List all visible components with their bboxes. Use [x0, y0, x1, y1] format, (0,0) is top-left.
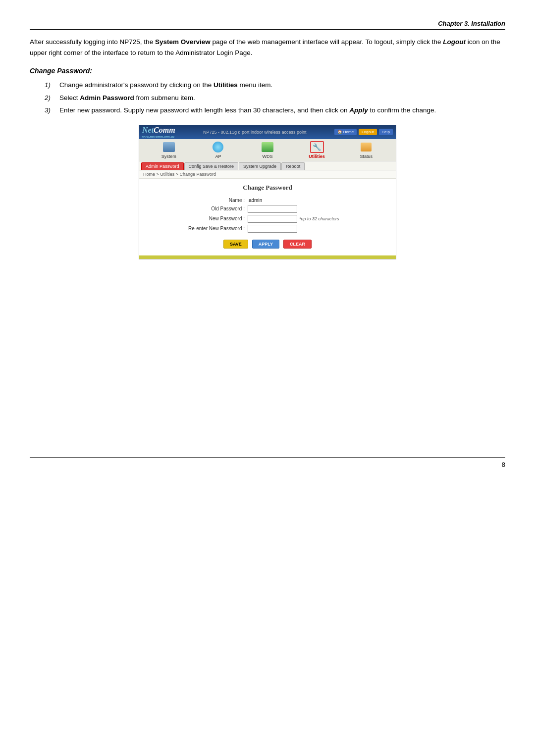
tab-admin-password[interactable]: Admin Password — [141, 162, 184, 170]
sc-form-reenter-row: Re-enter New Password : — [183, 225, 352, 233]
sc-subtabs: Admin Password Config Save & Restore Sys… — [139, 161, 396, 170]
sc-nav-system[interactable]: System — [154, 141, 184, 159]
sc-device-info: NP725 - 802.11g d port indoor wireless a… — [203, 130, 307, 135]
sc-save-button[interactable]: SAVE — [223, 240, 248, 249]
sc-form-buttons: SAVE APPLY CLEAR — [149, 240, 386, 249]
sc-form-old-password-row: Old Password : — [183, 205, 352, 213]
screenshot: NetComm www.netcomm.com.au NP725 - 802.1… — [139, 125, 396, 259]
intro-text1: After successfully logging into NP725, t… — [30, 38, 155, 46]
sc-icon-nav: System AP WDS Utilities Status — [139, 139, 396, 161]
sc-nav-utilities[interactable]: Utilities — [302, 141, 332, 159]
sc-name-value: admin — [249, 198, 262, 203]
sc-name-label: Name : — [183, 198, 248, 203]
section-title: Change Password: — [30, 67, 505, 75]
tab-config-save-restore[interactable]: Config Save & Restore — [184, 162, 239, 170]
sc-nav-system-label: System — [161, 154, 176, 159]
step-2: 2) Select Admin Password from submenu it… — [45, 93, 505, 103]
sc-new-password-label: New Password : — [183, 216, 248, 221]
sc-home-button[interactable]: 🏠 Home — [334, 129, 357, 135]
sc-old-password-label: Old Password : — [183, 206, 248, 211]
sc-topbar-buttons: 🏠 Home Logout Help — [334, 129, 393, 135]
intro-text2: page of the web management interface wil… — [211, 38, 443, 46]
step-1-content: Change administrator's password by click… — [59, 80, 505, 91]
sc-apply-button[interactable]: APPLY — [252, 240, 279, 249]
home-icon: 🏠 — [337, 130, 342, 134]
sc-logout-button[interactable]: Logout — [359, 129, 376, 135]
steps-list: 1) Change administrator's password by cl… — [45, 80, 505, 116]
page-footer: 8 — [30, 457, 505, 468]
sc-nav-status[interactable]: Status — [351, 141, 381, 159]
ap-icon — [211, 141, 225, 153]
sc-nav-ap[interactable]: AP — [203, 141, 233, 159]
status-icon — [359, 141, 373, 153]
sc-reenter-input[interactable] — [248, 225, 297, 233]
sc-nav-wds[interactable]: WDS — [253, 141, 282, 159]
step-3-num: 3) — [45, 105, 59, 116]
intro-paragraph: After successfully logging into NP725, t… — [30, 37, 505, 58]
sc-new-password-input[interactable] — [248, 215, 297, 223]
step-3: 3) Enter new password. Supply new passwo… — [45, 105, 505, 116]
sc-page-title: Change Password — [149, 184, 386, 192]
sc-nav-utilities-label: Utilities — [309, 154, 325, 159]
sc-logo: NetComm www.netcomm.com.au — [142, 126, 175, 139]
tab-reboot[interactable]: Reboot — [281, 162, 305, 170]
step-1-num: 1) — [45, 80, 59, 91]
sc-reenter-label: Re-enter New Password : — [183, 226, 248, 231]
step-3-content: Enter new password. Supply new password … — [59, 105, 505, 116]
sc-form-name-row: Name : admin — [183, 198, 352, 203]
sc-footer-bar — [139, 255, 396, 259]
sc-nav-status-label: Status — [360, 154, 373, 159]
chapter-title: Chapter 3. Installation — [30, 20, 505, 30]
step-2-content: Select Admin Password from submenu item. — [59, 93, 505, 103]
system-icon — [162, 141, 176, 153]
sc-help-button[interactable]: Help — [379, 129, 393, 135]
sc-change-password-form: Name : admin Old Password : New Password… — [183, 198, 352, 233]
sc-clear-button[interactable]: CLEAR — [283, 240, 312, 249]
sc-old-password-input[interactable] — [248, 205, 297, 213]
sc-logo-area: NetComm www.netcomm.com.au — [142, 126, 175, 139]
step-1: 1) Change administrator's password by cl… — [45, 80, 505, 91]
sc-new-password-note: *up to 32 characters — [299, 216, 339, 221]
tab-system-upgrade[interactable]: System Upgrade — [239, 162, 281, 170]
intro-bold2: Logout — [443, 38, 466, 46]
utilities-icon — [310, 141, 324, 153]
intro-bold1: System Overview — [155, 38, 211, 46]
sc-nav-wds-label: WDS — [262, 154, 272, 159]
sc-nav-ap-label: AP — [215, 154, 221, 159]
page-number: 8 — [502, 461, 505, 468]
wds-icon — [261, 141, 274, 153]
step-2-num: 2) — [45, 93, 59, 103]
sc-topbar: NetComm www.netcomm.com.au NP725 - 802.1… — [139, 125, 396, 139]
sc-breadcrumb: Home > Utilities > Change Password — [139, 170, 396, 179]
sc-logo-sub: www.netcomm.com.au — [142, 135, 175, 139]
sc-form-new-password-row: New Password : *up to 32 characters — [183, 215, 352, 223]
sc-main-content: Change Password Name : admin Old Passwor… — [139, 179, 396, 255]
